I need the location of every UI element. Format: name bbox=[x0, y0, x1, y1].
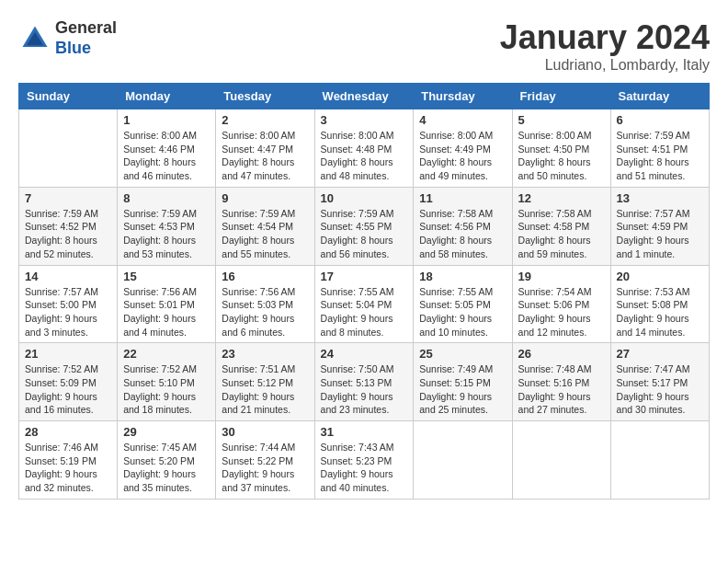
calendar-cell: 6 Sunrise: 7:59 AMSunset: 4:51 PMDayligh… bbox=[610, 109, 709, 188]
cell-info: Sunrise: 7:56 AMSunset: 5:03 PMDaylight:… bbox=[222, 285, 308, 339]
cell-info: Sunrise: 7:58 AMSunset: 4:58 PMDaylight:… bbox=[518, 207, 605, 261]
header-friday: Friday bbox=[512, 84, 610, 109]
date-number: 13 bbox=[617, 191, 703, 205]
date-number: 23 bbox=[222, 347, 308, 361]
cell-info: Sunrise: 7:57 AMSunset: 5:00 PMDaylight:… bbox=[25, 285, 111, 339]
cell-info: Sunrise: 7:46 AMSunset: 5:19 PMDaylight:… bbox=[25, 441, 111, 495]
date-number: 3 bbox=[321, 113, 408, 127]
cell-info: Sunrise: 7:49 AMSunset: 5:15 PMDaylight:… bbox=[419, 362, 506, 417]
cell-info: Sunrise: 7:55 AMSunset: 5:05 PMDaylight:… bbox=[419, 285, 506, 339]
calendar-cell: 31 Sunrise: 7:43 AMSunset: 5:23 PMDaylig… bbox=[314, 421, 414, 500]
date-number: 8 bbox=[123, 191, 210, 205]
calendar-cell: 11 Sunrise: 7:58 AMSunset: 4:56 PMDaylig… bbox=[414, 187, 512, 265]
date-number: 15 bbox=[123, 270, 210, 283]
date-number: 9 bbox=[222, 191, 308, 205]
calendar-table: Sunday Monday Tuesday Wednesday Thursday… bbox=[18, 83, 710, 500]
date-number: 16 bbox=[222, 270, 308, 283]
calendar-cell: 17 Sunrise: 7:55 AMSunset: 5:04 PMDaylig… bbox=[314, 265, 414, 343]
cell-info: Sunrise: 7:59 AMSunset: 4:52 PMDaylight:… bbox=[25, 207, 111, 261]
date-number: 7 bbox=[25, 191, 111, 205]
date-number: 11 bbox=[419, 191, 506, 205]
calendar-cell: 9 Sunrise: 7:59 AMSunset: 4:54 PMDayligh… bbox=[216, 187, 314, 265]
date-number: 1 bbox=[123, 113, 210, 127]
calendar-cell: 21 Sunrise: 7:52 AMSunset: 5:09 PMDaylig… bbox=[19, 343, 118, 421]
cell-info: Sunrise: 8:00 AMSunset: 4:49 PMDaylight:… bbox=[419, 129, 506, 183]
cell-info: Sunrise: 7:51 AMSunset: 5:12 PMDaylight:… bbox=[222, 362, 308, 417]
cell-info: Sunrise: 7:59 AMSunset: 4:53 PMDaylight:… bbox=[123, 207, 210, 261]
calendar-cell: 28 Sunrise: 7:46 AMSunset: 5:19 PMDaylig… bbox=[19, 421, 118, 500]
calendar-cell: 14 Sunrise: 7:57 AMSunset: 5:00 PMDaylig… bbox=[19, 265, 118, 343]
date-number: 10 bbox=[321, 191, 408, 205]
day-header-row: Sunday Monday Tuesday Wednesday Thursday… bbox=[19, 84, 710, 109]
calendar-cell bbox=[414, 421, 512, 500]
cell-info: Sunrise: 7:43 AMSunset: 5:23 PMDaylight:… bbox=[321, 441, 408, 495]
calendar-cell bbox=[512, 421, 610, 500]
calendar-cell: 3 Sunrise: 8:00 AMSunset: 4:48 PMDayligh… bbox=[314, 109, 414, 188]
cell-info: Sunrise: 7:52 AMSunset: 5:09 PMDaylight:… bbox=[25, 362, 111, 417]
header-thursday: Thursday bbox=[414, 84, 512, 109]
cell-info: Sunrise: 7:59 AMSunset: 4:54 PMDaylight:… bbox=[222, 207, 308, 261]
calendar-cell: 1 Sunrise: 8:00 AMSunset: 4:46 PMDayligh… bbox=[118, 109, 216, 188]
calendar-cell: 13 Sunrise: 7:57 AMSunset: 4:59 PMDaylig… bbox=[610, 187, 709, 265]
date-number: 18 bbox=[419, 270, 506, 283]
date-number: 24 bbox=[321, 347, 408, 361]
cell-info: Sunrise: 8:00 AMSunset: 4:46 PMDaylight:… bbox=[123, 129, 210, 183]
date-number: 5 bbox=[518, 113, 605, 127]
date-number: 20 bbox=[617, 270, 703, 283]
date-number: 4 bbox=[419, 113, 506, 127]
logo: General Blue bbox=[18, 18, 117, 58]
header-monday: Monday bbox=[118, 84, 216, 109]
cell-info: Sunrise: 7:56 AMSunset: 5:01 PMDaylight:… bbox=[123, 285, 210, 339]
cell-info: Sunrise: 7:54 AMSunset: 5:06 PMDaylight:… bbox=[518, 285, 605, 339]
calendar-cell bbox=[610, 421, 709, 500]
calendar-cell bbox=[19, 109, 118, 188]
date-number: 14 bbox=[25, 270, 111, 283]
calendar-cell: 20 Sunrise: 7:53 AMSunset: 5:08 PMDaylig… bbox=[610, 265, 709, 343]
week-row-4: 21 Sunrise: 7:52 AMSunset: 5:09 PMDaylig… bbox=[19, 343, 710, 421]
week-row-5: 28 Sunrise: 7:46 AMSunset: 5:19 PMDaylig… bbox=[19, 421, 710, 500]
calendar-cell: 10 Sunrise: 7:59 AMSunset: 4:55 PMDaylig… bbox=[314, 187, 414, 265]
page-header: General Blue January 2024 Ludriano, Lomb… bbox=[18, 18, 710, 74]
header-wednesday: Wednesday bbox=[314, 84, 414, 109]
date-number: 31 bbox=[321, 425, 408, 439]
cell-info: Sunrise: 7:57 AMSunset: 4:59 PMDaylight:… bbox=[617, 207, 703, 261]
cell-info: Sunrise: 8:00 AMSunset: 4:47 PMDaylight:… bbox=[222, 129, 308, 183]
calendar-cell: 29 Sunrise: 7:45 AMSunset: 5:20 PMDaylig… bbox=[118, 421, 216, 500]
cell-info: Sunrise: 7:53 AMSunset: 5:08 PMDaylight:… bbox=[617, 285, 703, 339]
calendar-cell: 18 Sunrise: 7:55 AMSunset: 5:05 PMDaylig… bbox=[414, 265, 512, 343]
date-number: 6 bbox=[617, 113, 703, 127]
cell-info: Sunrise: 8:00 AMSunset: 4:50 PMDaylight:… bbox=[518, 129, 605, 183]
calendar-cell: 23 Sunrise: 7:51 AMSunset: 5:12 PMDaylig… bbox=[216, 343, 314, 421]
cell-info: Sunrise: 7:44 AMSunset: 5:22 PMDaylight:… bbox=[222, 441, 308, 495]
cell-info: Sunrise: 7:50 AMSunset: 5:13 PMDaylight:… bbox=[321, 362, 408, 417]
cell-info: Sunrise: 7:58 AMSunset: 4:56 PMDaylight:… bbox=[419, 207, 506, 261]
date-number: 30 bbox=[222, 425, 308, 439]
calendar-cell: 4 Sunrise: 8:00 AMSunset: 4:49 PMDayligh… bbox=[414, 109, 512, 188]
cell-info: Sunrise: 7:48 AMSunset: 5:16 PMDaylight:… bbox=[518, 362, 605, 417]
cell-info: Sunrise: 7:47 AMSunset: 5:17 PMDaylight:… bbox=[617, 362, 703, 417]
cell-info: Sunrise: 7:52 AMSunset: 5:10 PMDaylight:… bbox=[123, 362, 210, 417]
week-row-2: 7 Sunrise: 7:59 AMSunset: 4:52 PMDayligh… bbox=[19, 187, 710, 265]
calendar-cell: 8 Sunrise: 7:59 AMSunset: 4:53 PMDayligh… bbox=[118, 187, 216, 265]
week-row-1: 1 Sunrise: 8:00 AMSunset: 4:46 PMDayligh… bbox=[19, 109, 710, 188]
calendar-cell: 19 Sunrise: 7:54 AMSunset: 5:06 PMDaylig… bbox=[512, 265, 610, 343]
date-number: 2 bbox=[222, 113, 308, 127]
calendar-cell: 2 Sunrise: 8:00 AMSunset: 4:47 PMDayligh… bbox=[216, 109, 314, 188]
calendar-cell: 15 Sunrise: 7:56 AMSunset: 5:01 PMDaylig… bbox=[118, 265, 216, 343]
date-number: 17 bbox=[321, 270, 408, 283]
date-number: 25 bbox=[419, 347, 506, 361]
calendar-cell: 30 Sunrise: 7:44 AMSunset: 5:22 PMDaylig… bbox=[216, 421, 314, 500]
date-number: 21 bbox=[25, 347, 111, 361]
calendar-cell: 24 Sunrise: 7:50 AMSunset: 5:13 PMDaylig… bbox=[314, 343, 414, 421]
cell-info: Sunrise: 8:00 AMSunset: 4:48 PMDaylight:… bbox=[321, 129, 408, 183]
date-number: 28 bbox=[25, 425, 111, 439]
week-row-3: 14 Sunrise: 7:57 AMSunset: 5:00 PMDaylig… bbox=[19, 265, 710, 343]
calendar-cell: 27 Sunrise: 7:47 AMSunset: 5:17 PMDaylig… bbox=[610, 343, 709, 421]
calendar-cell: 26 Sunrise: 7:48 AMSunset: 5:16 PMDaylig… bbox=[512, 343, 610, 421]
calendar-cell: 25 Sunrise: 7:49 AMSunset: 5:15 PMDaylig… bbox=[414, 343, 512, 421]
header-saturday: Saturday bbox=[610, 84, 709, 109]
cell-info: Sunrise: 7:59 AMSunset: 4:51 PMDaylight:… bbox=[617, 129, 703, 183]
month-title: January 2024 bbox=[500, 18, 710, 57]
title-section: January 2024 Ludriano, Lombardy, Italy bbox=[500, 18, 710, 74]
date-number: 12 bbox=[518, 191, 605, 205]
